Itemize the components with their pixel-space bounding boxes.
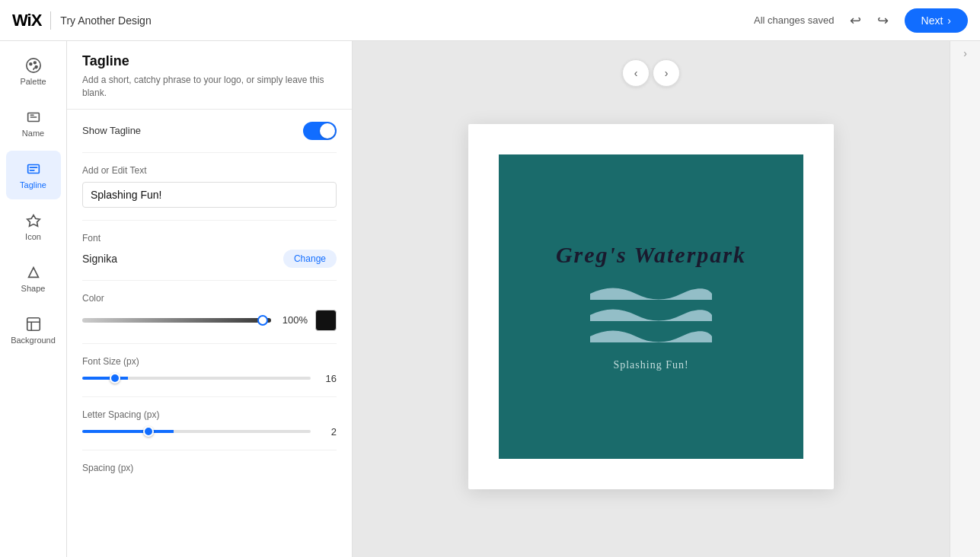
shape-label: Shape: [21, 284, 46, 293]
letter-spacing-slider-row: 2: [82, 426, 337, 438]
spacing-label: Spacing (px): [82, 463, 337, 473]
svg-point-0: [26, 59, 40, 72]
name-icon: [25, 109, 42, 126]
background-icon: [25, 316, 42, 333]
svg-point-2: [34, 62, 36, 64]
svg-rect-7: [27, 318, 40, 331]
color-field-label: Color: [82, 293, 337, 304]
sidebar-item-palette[interactable]: Palette: [6, 47, 61, 96]
nav-arrows: ‹ ›: [622, 59, 680, 87]
next-button[interactable]: Next ›: [905, 8, 968, 33]
name-label: Name: [22, 129, 44, 138]
color-row: 100%: [82, 310, 337, 331]
palette-label: Palette: [20, 77, 46, 86]
canvas-area: ‹ › Greg's Waterpark Splas: [353, 41, 950, 557]
sidebar-icons: Palette Name Tagline Icon: [0, 41, 67, 557]
letter-spacing-label: Letter Spacing (px): [82, 409, 337, 420]
save-status: All changes saved: [754, 14, 835, 26]
background-label: Background: [11, 336, 56, 345]
next-arrow-button[interactable]: ›: [653, 59, 680, 87]
font-field-label: Font: [82, 233, 337, 243]
wave-2-icon: [590, 304, 712, 321]
text-field-label: Add or Edit Text: [82, 165, 337, 176]
text-edit-section: Add or Edit Text: [82, 153, 337, 221]
header-logo: WiX Try Another Design: [12, 11, 152, 30]
palette-icon: [25, 57, 42, 74]
right-panel: ›: [950, 41, 980, 557]
next-arrow-icon: ›: [947, 14, 951, 27]
icon-icon: [25, 212, 42, 229]
tagline-text-input[interactable]: [82, 182, 337, 208]
wave-group: [590, 283, 712, 342]
panel-title: Tagline: [82, 53, 337, 69]
font-size-slider[interactable]: [82, 377, 311, 380]
tagline-icon: [25, 161, 42, 177]
panel-header: Tagline Add a short, catchy phrase to yo…: [67, 41, 352, 110]
logo-title: Greg's Waterpark: [556, 242, 746, 268]
icon-label: Icon: [25, 232, 41, 241]
font-size-slider-row: 16: [82, 373, 337, 384]
prev-arrow-button[interactable]: ‹: [622, 59, 650, 87]
toggle-check-icon: ✓: [325, 126, 332, 135]
color-slider-container: [82, 318, 271, 323]
show-tagline-toggle[interactable]: ✓: [303, 122, 337, 140]
tagline-label: Tagline: [20, 180, 46, 189]
undo-button[interactable]: ↩: [844, 8, 868, 33]
change-font-button[interactable]: Change: [283, 250, 337, 268]
letter-spacing-section: Letter Spacing (px) 2: [82, 397, 337, 450]
wix-logo: WiX: [12, 11, 41, 30]
panel-body: Show Tagline ✓ Add or Edit Text Font Sig…: [67, 110, 352, 557]
svg-marker-6: [27, 215, 40, 227]
svg-point-1: [29, 63, 31, 65]
logo-inner: Greg's Waterpark Splashing Fun!: [499, 154, 803, 459]
tagline-panel: Tagline Add a short, catchy phrase to yo…: [67, 41, 353, 557]
undo-redo-group: ↩ ↪: [844, 8, 895, 33]
font-section: Font Signika Change: [82, 221, 337, 281]
color-swatch[interactable]: [315, 310, 337, 331]
color-slider[interactable]: [82, 318, 271, 323]
header-right: All changes saved ↩ ↪ Next ›: [754, 8, 968, 33]
logo-tagline: Splashing Fun!: [613, 359, 688, 371]
main-content: Palette Name Tagline Icon: [0, 41, 980, 557]
font-row: Signika Change: [82, 250, 337, 268]
wave-1-icon: [590, 283, 712, 300]
shape-icon: [25, 264, 42, 281]
font-name-display: Signika: [82, 253, 117, 265]
sidebar-item-shape[interactable]: Shape: [6, 254, 61, 303]
svg-rect-5: [27, 165, 39, 173]
sidebar-item-name[interactable]: Name: [6, 99, 61, 148]
font-size-label: Font Size (px): [82, 356, 337, 367]
show-tagline-label: Show Tagline: [82, 125, 141, 136]
redo-button[interactable]: ↪: [871, 8, 895, 33]
show-tagline-section: Show Tagline ✓: [82, 110, 337, 153]
sidebar-item-icon[interactable]: Icon: [6, 202, 61, 251]
letter-spacing-value: 2: [318, 426, 337, 438]
sidebar-item-background[interactable]: Background: [6, 306, 61, 355]
right-collapse-icon[interactable]: ›: [963, 47, 967, 59]
letter-spacing-slider[interactable]: [82, 430, 311, 433]
color-section: Color 100%: [82, 281, 337, 344]
wave-3-icon: [590, 326, 712, 342]
spacing-section: Spacing (px): [82, 450, 337, 492]
color-percent-value: 100%: [279, 314, 308, 326]
header-title: Try Another Design: [60, 14, 151, 27]
toggle-row: Show Tagline ✓: [82, 122, 337, 140]
header-divider: [50, 11, 51, 30]
sidebar-item-tagline[interactable]: Tagline: [6, 151, 61, 199]
color-slider-thumb: [257, 315, 268, 326]
font-size-value: 16: [318, 373, 337, 384]
panel-description: Add a short, catchy phrase to your logo,…: [82, 74, 337, 100]
font-size-section: Font Size (px) 16: [82, 344, 337, 397]
app-header: WiX Try Another Design All changes saved…: [0, 0, 980, 41]
logo-card: Greg's Waterpark Splashing Fun!: [468, 124, 834, 489]
